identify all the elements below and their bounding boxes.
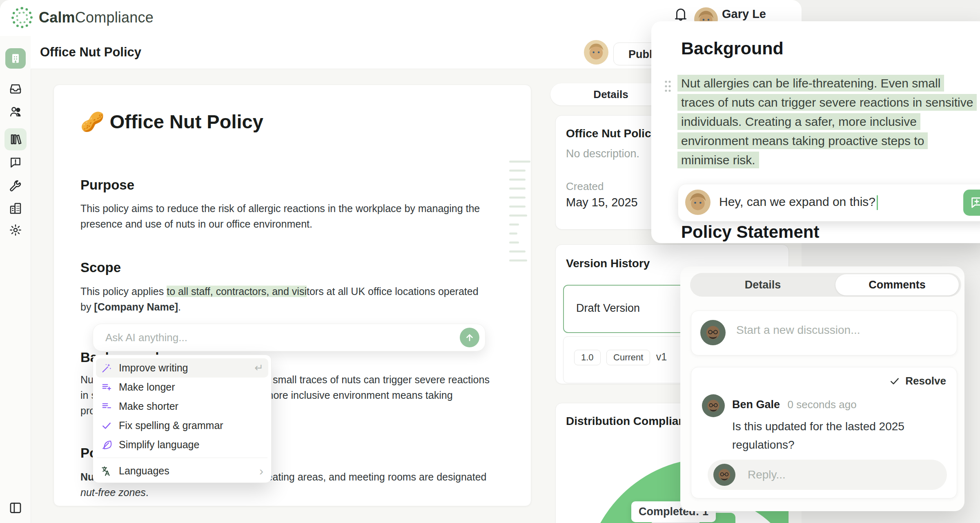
- text-cursor: [877, 195, 878, 210]
- workspace-building-icon[interactable]: [5, 48, 26, 69]
- details-description: No description.: [566, 148, 639, 160]
- version-tag: v1: [656, 351, 667, 362]
- tab-details-inactive[interactable]: Details: [690, 273, 835, 297]
- resolve-button[interactable]: Resolve: [889, 375, 946, 387]
- current-badge: Current: [606, 350, 650, 365]
- brand-bold: Calm: [39, 9, 75, 26]
- reply-row[interactable]: [708, 460, 947, 490]
- menu-item-make-longer[interactable]: Make longer: [96, 378, 268, 397]
- document-title: 🥜 Office Nut Policy: [80, 110, 263, 133]
- brand-light: Compliance: [75, 9, 154, 26]
- comment-timestamp: 0 seconds ago: [788, 398, 857, 411]
- wand-sparkles-icon: [101, 362, 112, 374]
- text-remove-icon: [101, 401, 112, 412]
- issues-icon[interactable]: [9, 156, 22, 169]
- chevron-right-icon: ›: [259, 465, 263, 477]
- menu-item-make-shorter[interactable]: Make shorter: [96, 397, 268, 416]
- menu-item-improve-writing[interactable]: Improve writing ↵: [96, 358, 268, 378]
- ben-avatar: [700, 320, 726, 345]
- brand-logo-icon: [11, 7, 33, 28]
- screen: CalmCompliance Gary Le Sueur: [0, 0, 980, 523]
- comment-composer[interactable]: Hey, can we expand on this?: [678, 184, 980, 221]
- brand-name: CalmCompliance: [39, 9, 154, 26]
- details-card-title: Office Nut Policy: [566, 127, 657, 140]
- version-number-badge: 1.0: [574, 350, 601, 365]
- ai-actions-menu: Improve writing ↵ Make longer Make short…: [93, 355, 272, 483]
- ai-send-button[interactable]: [460, 328, 479, 347]
- background-section-popover: Background Nut allergies can be life-thr…: [651, 21, 980, 243]
- document-outline-minimap[interactable]: [509, 161, 534, 268]
- reply-input[interactable]: [747, 468, 928, 482]
- notifications-bell-icon[interactable]: [673, 7, 688, 22]
- heading-policy-statement-popover: Policy Statement: [681, 222, 819, 242]
- enter-key-icon: ↵: [254, 362, 263, 374]
- library-icon[interactable]: [4, 128, 27, 150]
- comment-draft-text[interactable]: Hey, can we expand on this?: [719, 195, 878, 210]
- menu-divider: [97, 458, 267, 458]
- check-icon: [101, 420, 112, 431]
- version-history-heading: Version History: [566, 257, 650, 270]
- heading-scope: Scope: [80, 260, 121, 275]
- comment-add-icon: [970, 196, 980, 210]
- inbox-icon[interactable]: [9, 82, 22, 95]
- created-value: May 15, 2025: [566, 196, 638, 209]
- draft-version-label: Draft Version: [576, 302, 640, 315]
- peanut-emoji-icon: 🥜: [80, 111, 105, 132]
- comment-body: Is this updated for the lasted 2025 regu…: [732, 417, 904, 454]
- translate-icon: [101, 465, 112, 477]
- comment-meta: Ben Gale 0 seconds ago: [732, 398, 857, 411]
- comment-thread-card: Resolve Ben Gale 0 seconds ago Is this u…: [691, 367, 957, 498]
- settings-icon[interactable]: [9, 224, 22, 237]
- menu-item-languages[interactable]: Languages ›: [96, 461, 268, 481]
- ask-ai-bar[interactable]: [93, 324, 486, 351]
- comment-author-avatar: [702, 394, 725, 417]
- menu-item-fix-spelling[interactable]: Fix spelling & grammar: [96, 416, 268, 435]
- created-label: Created: [566, 180, 604, 193]
- menu-item-simplify-language[interactable]: Simplify language: [96, 435, 268, 454]
- comment-author: Ben Gale: [732, 398, 780, 411]
- people-icon[interactable]: [9, 105, 22, 118]
- organisation-icon[interactable]: [9, 202, 22, 215]
- new-discussion-card[interactable]: [691, 311, 957, 355]
- drag-handle-icon[interactable]: [663, 78, 673, 96]
- tab-comments-active[interactable]: Comments: [835, 274, 959, 295]
- popover-heading: Background: [681, 38, 784, 58]
- arrow-up-icon: [464, 332, 475, 343]
- comment-submit-button[interactable]: [963, 190, 980, 216]
- page-title: Office Nut Policy: [40, 45, 141, 60]
- distribution-heading: Distribution Compliance: [566, 415, 698, 428]
- panel-left-icon[interactable]: [9, 501, 22, 515]
- reply-avatar: [713, 464, 735, 486]
- sidebar-rail: [0, 36, 31, 523]
- highlighted-paragraph[interactable]: Nut allergies can be life-threatening. E…: [677, 75, 980, 171]
- heading-purpose: Purpose: [80, 177, 134, 193]
- composer-avatar: [685, 190, 710, 215]
- feather-icon: [101, 439, 112, 451]
- comments-panel: Details Comments Resolve Ben Gale 0 seco…: [680, 266, 964, 511]
- ask-ai-input[interactable]: [105, 324, 441, 351]
- purpose-paragraph[interactable]: This policy aims to reduce the risk of a…: [80, 201, 480, 232]
- new-discussion-input[interactable]: [735, 323, 941, 337]
- wrench-icon[interactable]: [9, 180, 22, 193]
- panel-tabs: Details Comments: [690, 273, 961, 297]
- check-icon: [889, 375, 900, 387]
- text-add-icon: [101, 382, 112, 393]
- document-owner-avatar[interactable]: [584, 40, 608, 65]
- scope-paragraph[interactable]: This policy applies to all staff, contra…: [80, 284, 479, 315]
